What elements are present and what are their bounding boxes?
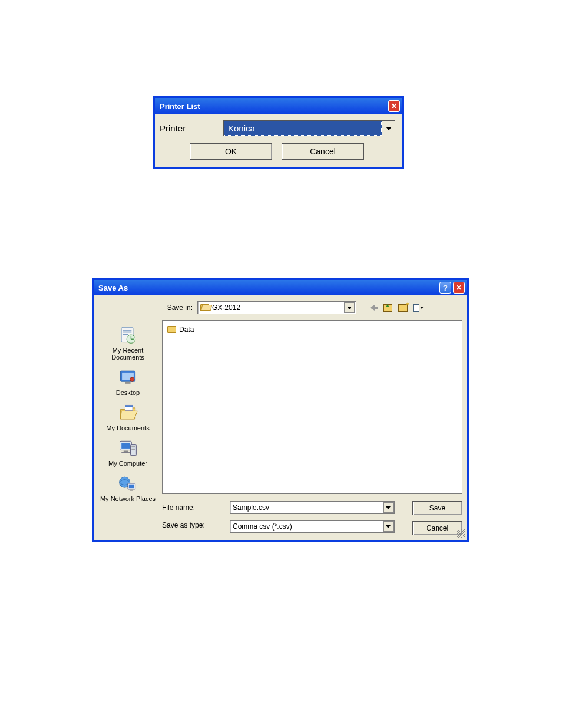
file-list-pane[interactable]: Data	[162, 320, 462, 494]
svg-rect-2	[123, 332, 131, 333]
file-name-input[interactable]: Sample.csv	[230, 501, 395, 514]
place-label: My Documents	[106, 424, 149, 431]
close-icon[interactable]: ✕	[453, 282, 465, 294]
place-label: My Computer	[108, 460, 147, 467]
save-as-type-label: Save as type:	[162, 521, 218, 529]
file-item-label: Data	[179, 325, 194, 334]
svg-rect-14	[121, 443, 130, 449]
printer-select-value: Konica	[224, 121, 382, 136]
save-as-titlebar[interactable]: Save As ? ✕	[94, 280, 467, 295]
svg-rect-1	[123, 330, 131, 331]
printer-list-titlebar[interactable]: Printer List ✕	[155, 98, 402, 114]
svg-rect-15	[124, 451, 128, 453]
svg-rect-3	[123, 334, 128, 335]
dropdown-icon[interactable]	[383, 521, 394, 532]
place-label: Desktop	[116, 389, 140, 396]
folder-icon	[167, 326, 176, 333]
svg-point-10	[130, 377, 134, 381]
save-in-select[interactable]: GX-2012	[197, 301, 356, 314]
close-icon[interactable]: ✕	[388, 100, 400, 112]
svg-rect-23	[130, 490, 133, 491]
svg-rect-12	[125, 406, 133, 408]
dropdown-icon[interactable]	[383, 502, 394, 513]
save-as-type-value: Comma csv (*.csv)	[233, 522, 382, 531]
save-button[interactable]: Save	[412, 501, 462, 515]
ok-button[interactable]: OK	[190, 143, 272, 160]
svg-rect-16	[121, 453, 130, 454]
save-in-label: Save in:	[157, 304, 193, 312]
svg-rect-18	[131, 447, 135, 448]
save-as-type-select[interactable]: Comma csv (*.csv)	[230, 520, 395, 533]
up-one-level-icon[interactable]	[382, 302, 393, 313]
place-my-documents[interactable]: My Documents	[98, 401, 157, 433]
printer-list-dialog: Printer List ✕ Printer Konica OK Cancel	[153, 96, 404, 169]
save-in-value: GX-2012	[212, 304, 341, 312]
place-desktop[interactable]: Desktop	[98, 365, 157, 397]
my-computer-icon	[117, 437, 139, 459]
dropdown-icon[interactable]	[344, 302, 355, 313]
view-menu-icon[interactable]	[413, 302, 424, 313]
svg-rect-22	[129, 485, 134, 488]
file-name-value: Sample.csv	[233, 503, 382, 512]
place-label: My Network Places	[100, 495, 156, 502]
file-name-label: File name:	[162, 503, 218, 512]
places-sidebar: My Recent Documents Desktop	[98, 320, 157, 535]
my-documents-icon	[117, 402, 139, 423]
save-as-title: Save As	[98, 284, 439, 292]
save-as-dialog: Save As ? ✕ Save in: GX-2012	[92, 278, 469, 542]
recent-documents-icon	[117, 324, 139, 345]
cancel-button[interactable]: Cancel	[282, 143, 364, 160]
svg-rect-17	[131, 445, 137, 456]
back-icon[interactable]	[367, 302, 378, 313]
folder-open-icon	[200, 304, 209, 311]
printer-label: Printer	[158, 123, 211, 133]
cancel-button[interactable]: Cancel	[412, 521, 462, 535]
place-my-computer[interactable]: My Computer	[98, 436, 157, 468]
desktop-icon	[117, 367, 139, 388]
file-item-folder[interactable]: Data	[167, 324, 457, 335]
place-recent-documents[interactable]: My Recent Documents	[98, 323, 157, 362]
printer-select[interactable]: Konica	[223, 120, 395, 136]
dropdown-icon[interactable]	[382, 121, 395, 136]
place-network-places[interactable]: My Network Places	[98, 472, 157, 503]
place-label: My Recent Documents	[98, 347, 157, 361]
new-folder-icon[interactable]	[398, 302, 408, 313]
resize-grip-icon[interactable]	[457, 529, 465, 538]
printer-list-title: Printer List	[160, 102, 388, 111]
network-places-icon	[117, 473, 139, 494]
svg-rect-9	[125, 382, 131, 384]
help-icon[interactable]: ?	[439, 282, 451, 294]
svg-rect-19	[131, 449, 135, 450]
